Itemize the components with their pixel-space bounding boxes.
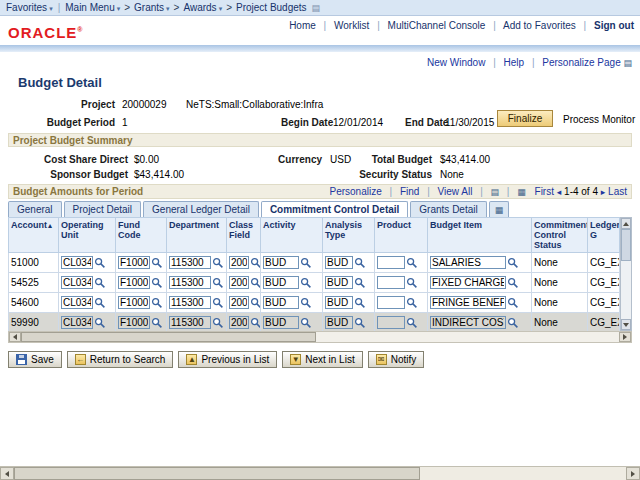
lookup-icon[interactable] (151, 277, 163, 289)
column-header-operating-unit[interactable]: Operating Unit (59, 218, 116, 253)
zoom-grid-icon[interactable]: ▦ (517, 187, 526, 197)
lookup-icon[interactable] (151, 317, 163, 329)
main-menu[interactable]: Main Menu▾ (65, 2, 120, 13)
lookup-icon[interactable] (354, 257, 366, 269)
lookup-icon[interactable] (507, 317, 519, 329)
column-header-activity[interactable]: Activity (261, 218, 323, 253)
grid-cell-input[interactable] (169, 316, 211, 329)
lookup-icon[interactable] (406, 297, 418, 309)
grid-cell-input[interactable] (377, 256, 405, 269)
lookup-icon[interactable] (406, 277, 418, 289)
grid-cell-input[interactable] (118, 316, 150, 329)
lookup-icon[interactable] (300, 297, 312, 309)
new-window-link[interactable]: New Window (427, 57, 485, 68)
notify-button[interactable]: ✉Notify (368, 351, 425, 368)
grid-cell-input[interactable] (325, 276, 353, 289)
show-all-columns-tab[interactable]: ▦ (489, 201, 510, 218)
favorites-menu[interactable]: Favorites▾ (6, 2, 53, 13)
lookup-icon[interactable] (300, 257, 312, 269)
personalize-page-link[interactable]: Personalize Page (542, 57, 620, 68)
tab-general[interactable]: General (8, 201, 62, 218)
personalize-link[interactable]: Personalize (329, 186, 381, 197)
column-header-fund-code[interactable]: Fund Code (116, 218, 167, 253)
page-scroll-thumb[interactable] (14, 467, 420, 480)
breadcrumb-awards[interactable]: Awards▾ (183, 2, 222, 13)
grid-cell-input[interactable] (325, 256, 353, 269)
lookup-icon[interactable] (507, 297, 519, 309)
tab-commitment-control-detail[interactable]: Commitment Control Detail (261, 201, 408, 218)
next-in-list-button[interactable]: ▼Next in List (282, 351, 362, 368)
sign-out-link[interactable]: Sign out (594, 20, 634, 31)
next-page-icon[interactable]: ▸ (601, 187, 606, 197)
grid-cell-input[interactable] (229, 276, 249, 289)
column-header-analysis-type[interactable]: Analysis Type (323, 218, 375, 253)
scroll-up-icon[interactable] (621, 218, 631, 229)
column-header-commitment-control-status[interactable]: Commitment Control Status (532, 218, 588, 253)
save-button[interactable]: Save (8, 351, 62, 368)
grid-cell-input[interactable] (430, 316, 506, 329)
grid-cell-input[interactable] (229, 316, 249, 329)
grid-cell-input[interactable] (430, 256, 506, 269)
multichannel-console-link[interactable]: MultiChannel Console (388, 20, 486, 31)
grid-cell-input[interactable] (118, 296, 150, 309)
grid-cell-input[interactable] (118, 276, 150, 289)
breadcrumb-grants[interactable]: Grants▾ (134, 2, 170, 13)
grid-cell-input[interactable] (61, 296, 93, 309)
lookup-icon[interactable] (250, 297, 261, 309)
lookup-icon[interactable] (300, 277, 312, 289)
breadcrumb-project-budgets[interactable]: Project Budgets (236, 2, 307, 13)
lookup-icon[interactable] (300, 317, 312, 329)
lookup-icon[interactable] (94, 317, 106, 329)
horizontal-scroll-thumb[interactable] (21, 332, 316, 342)
lookup-icon[interactable] (354, 297, 366, 309)
help-link[interactable]: Help (504, 57, 525, 68)
grid-cell-input[interactable] (169, 276, 211, 289)
grid-cell-input[interactable] (263, 256, 299, 269)
grid-cell-input[interactable] (118, 256, 150, 269)
grid-cell-input[interactable] (263, 276, 299, 289)
scroll-right-icon[interactable] (626, 467, 640, 480)
column-header-class-field[interactable]: Class Field (227, 218, 261, 253)
add-to-favorites-link[interactable]: Add to Favorites (503, 20, 576, 31)
previous-page-icon[interactable]: ◂ (557, 187, 562, 197)
lookup-icon[interactable] (406, 257, 418, 269)
column-header-department[interactable]: Department (167, 218, 227, 253)
lookup-icon[interactable] (250, 277, 261, 289)
previous-in-list-button[interactable]: ▲Previous in List (178, 351, 277, 368)
grid-cell-input[interactable] (430, 276, 506, 289)
grid-cell-input[interactable] (325, 316, 353, 329)
download-icon[interactable]: ▤ (491, 187, 500, 197)
grid-cell-input[interactable] (61, 316, 93, 329)
scroll-left-icon[interactable] (0, 467, 14, 480)
grid-cell-input[interactable] (377, 296, 405, 309)
column-header-ledger-g[interactable]: Ledger G (588, 218, 620, 253)
vertical-scroll-thumb[interactable] (621, 229, 631, 261)
view-all-link[interactable]: View All (438, 186, 473, 197)
column-header-product[interactable]: Product (375, 218, 428, 253)
worklist-link[interactable]: Worklist (334, 20, 369, 31)
lookup-icon[interactable] (250, 317, 261, 329)
grid-cell-input[interactable] (263, 296, 299, 309)
home-link[interactable]: Home (289, 20, 316, 31)
grid-horizontal-scrollbar[interactable] (8, 331, 632, 343)
grid-cell-input[interactable] (229, 256, 249, 269)
grid-cell-input[interactable] (377, 276, 405, 289)
grid-cell-input[interactable] (430, 296, 506, 309)
lookup-icon[interactable] (212, 257, 224, 269)
page-horizontal-scrollbar[interactable] (0, 466, 640, 480)
grid-cell-input[interactable] (169, 256, 211, 269)
grid-cell-input[interactable] (61, 276, 93, 289)
find-link[interactable]: Find (400, 186, 419, 197)
lookup-icon[interactable] (406, 317, 418, 329)
lookup-icon[interactable] (151, 297, 163, 309)
grid-cell-input[interactable] (377, 316, 405, 329)
column-header-budget-item[interactable]: Budget Item (428, 218, 532, 253)
lookup-icon[interactable] (250, 257, 261, 269)
grid-cell-input[interactable] (263, 316, 299, 329)
lookup-icon[interactable] (94, 277, 106, 289)
grid-cell-input[interactable] (229, 296, 249, 309)
return-to-search-button[interactable]: ←Return to Search (67, 351, 174, 368)
tab-general-ledger-detail[interactable]: General Ledger Detail (143, 201, 259, 218)
lookup-icon[interactable] (507, 257, 519, 269)
grid-cell-input[interactable] (61, 256, 93, 269)
